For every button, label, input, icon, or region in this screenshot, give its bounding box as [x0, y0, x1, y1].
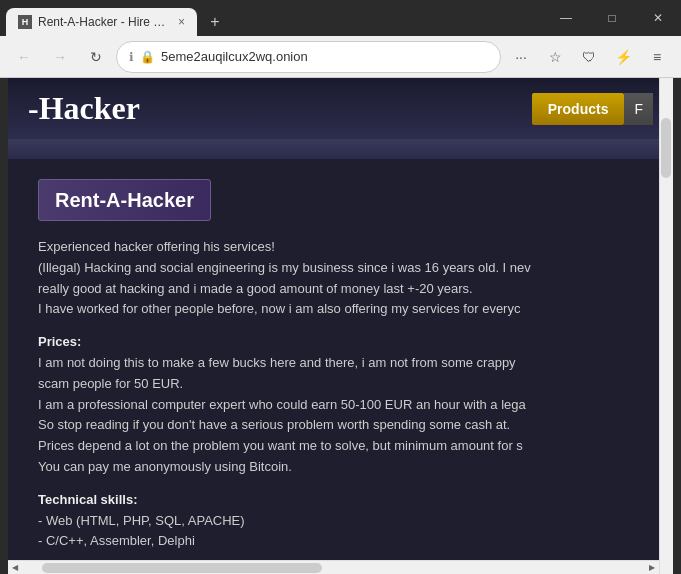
horizontal-scrollbar[interactable]: ◀ ▶	[8, 560, 659, 574]
extra-nav-button[interactable]: F	[624, 93, 653, 125]
page-title-box: Rent-A-Hacker	[38, 179, 211, 221]
prices-line-4: So stop reading if you don't have a seri…	[38, 415, 643, 436]
tab-title: Rent-A-Hacker - Hire a hacker	[38, 15, 168, 29]
prices-line-3: I am a professional computer expert who …	[38, 395, 643, 416]
navigation-bar: ← → ↻ ℹ 🔒 5eme2auqilcux2wq.onion ··· ☆ 🛡…	[0, 36, 681, 78]
bookmark-button[interactable]: ☆	[539, 41, 571, 73]
tab-favicon: H	[18, 15, 32, 29]
vertical-scrollbar-thumb[interactable]	[661, 118, 671, 178]
minimize-button[interactable]: —	[543, 0, 589, 36]
vertical-scrollbar[interactable]	[659, 78, 673, 574]
page-title: Rent-A-Hacker	[55, 189, 194, 211]
menu-button[interactable]: ≡	[641, 41, 673, 73]
site-logo: -Hacker	[28, 90, 140, 127]
tech-header: Technical skills:	[38, 490, 643, 511]
maximize-button[interactable]: □	[589, 0, 635, 36]
lock-icon: 🔒	[140, 50, 155, 64]
address-bar[interactable]: ℹ 🔒 5eme2auqilcux2wq.onion	[116, 41, 501, 73]
products-nav-button[interactable]: Products	[532, 93, 625, 125]
tech-line-1: - Web (HTML, PHP, SQL, APACHE)	[38, 511, 643, 532]
forward-button[interactable]: →	[44, 41, 76, 73]
horizontal-scrollbar-track[interactable]	[22, 561, 645, 574]
prices-header: Prices:	[38, 332, 643, 353]
site-body: Rent-A-Hacker Experienced hacker offerin…	[8, 159, 673, 561]
tech-section: Technical skills: - Web (HTML, PHP, SQL,…	[38, 490, 643, 552]
site-navigation: Products F	[532, 93, 653, 125]
intro-line-1: Experienced hacker offering his services…	[38, 237, 643, 258]
prices-line-5: Prices depend a lot on the problem you w…	[38, 436, 643, 457]
browser-window: H Rent-A-Hacker - Hire a hacker × + — □ …	[0, 0, 681, 574]
close-button[interactable]: ✕	[635, 0, 681, 36]
info-icon: ℹ	[129, 50, 134, 64]
site-subheader	[8, 139, 673, 159]
active-tab[interactable]: H Rent-A-Hacker - Hire a hacker ×	[6, 8, 197, 36]
tab-bar: H Rent-A-Hacker - Hire a hacker × + — □ …	[0, 0, 681, 36]
page-content-area: -Hacker Products F Rent-A-Hacker Experie…	[8, 78, 673, 574]
more-button[interactable]: ···	[505, 41, 537, 73]
url-text: 5eme2auqilcux2wq.onion	[161, 49, 488, 64]
nav-actions: ··· ☆ 🛡 ⚡ ≡	[505, 41, 673, 73]
window-controls: — □ ✕	[543, 0, 681, 36]
intro-line-4: I have worked for other people before, n…	[38, 299, 643, 320]
prices-line-6: You can pay me anonymously using Bitcoin…	[38, 457, 643, 478]
intro-line-3: really good at hacking and i made a good…	[38, 279, 643, 300]
intro-section: Experienced hacker offering his services…	[38, 237, 643, 320]
prices-line-2: scam people for 50 EUR.	[38, 374, 643, 395]
horizontal-scrollbar-thumb[interactable]	[42, 563, 322, 573]
tab-close-button[interactable]: ×	[178, 15, 185, 29]
back-button[interactable]: ←	[8, 41, 40, 73]
scroll-right-button[interactable]: ▶	[645, 561, 659, 575]
shield-button[interactable]: 🛡	[573, 41, 605, 73]
site-header: -Hacker Products F	[8, 78, 673, 139]
extension-button[interactable]: ⚡	[607, 41, 639, 73]
scroll-left-button[interactable]: ◀	[8, 561, 22, 575]
prices-section: Prices: I am not doing this to make a fe…	[38, 332, 643, 478]
new-tab-button[interactable]: +	[201, 8, 229, 36]
prices-line-1: I am not doing this to make a few bucks …	[38, 353, 643, 374]
refresh-button[interactable]: ↻	[80, 41, 112, 73]
intro-line-2: (Illegal) Hacking and social engineering…	[38, 258, 643, 279]
tech-line-2: - C/C++, Assembler, Delphi	[38, 531, 643, 552]
